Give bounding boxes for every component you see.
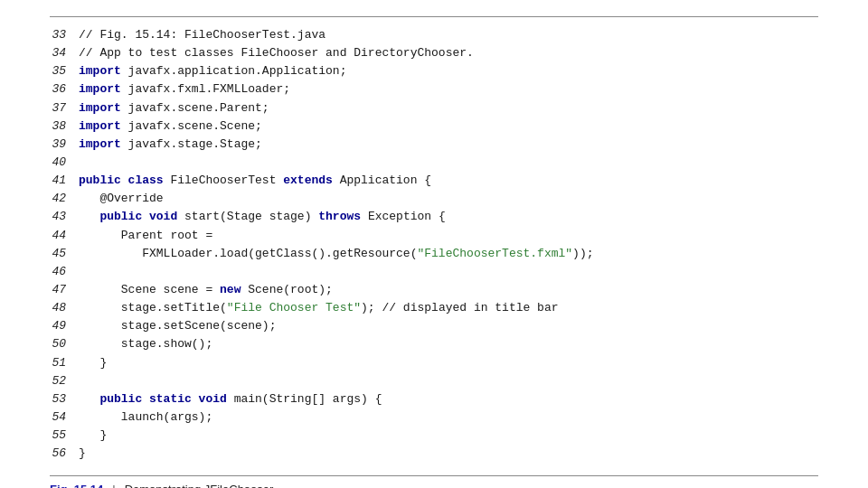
line-number: 45 bbox=[50, 245, 79, 263]
line-number: 43 bbox=[50, 208, 79, 226]
line-number: 55 bbox=[50, 427, 79, 445]
code-line: 50 stage.show(); bbox=[50, 335, 818, 353]
line-number: 44 bbox=[50, 227, 79, 245]
line-number: 53 bbox=[50, 390, 79, 408]
line-code: stage.setTitle("File Chooser Test"); // … bbox=[79, 299, 559, 317]
main-container: 33// Fig. 15.14: FileChooserTest.java34/… bbox=[50, 16, 818, 488]
line-number: 36 bbox=[50, 80, 79, 99]
code-line: 54 launch(args); bbox=[50, 408, 818, 427]
line-code: } bbox=[79, 354, 107, 372]
code-line: 40 bbox=[50, 154, 818, 172]
caption-text: Demonstrating JFileChooser. bbox=[125, 483, 277, 488]
line-number: 40 bbox=[50, 154, 79, 172]
code-line: 49 stage.setScene(scene); bbox=[50, 317, 818, 335]
code-line: 44 Parent root = bbox=[50, 227, 818, 245]
line-code: } bbox=[79, 427, 107, 445]
code-line: 36import javafx.fxml.FXMLLoader; bbox=[50, 80, 818, 99]
code-line: 52 bbox=[50, 372, 818, 390]
line-number: 35 bbox=[50, 62, 79, 80]
code-line: 56} bbox=[50, 445, 818, 463]
line-code: public void start(Stage stage) throws Ex… bbox=[79, 208, 446, 226]
line-code: Parent root = bbox=[79, 227, 212, 245]
code-line: 42 @Override bbox=[50, 190, 818, 208]
line-number: 41 bbox=[50, 172, 79, 190]
line-code: public class FileChooserTest extends App… bbox=[79, 172, 431, 190]
line-number: 38 bbox=[50, 117, 79, 136]
line-number: 39 bbox=[50, 136, 79, 154]
code-line: 39import javafx.stage.Stage; bbox=[50, 136, 818, 154]
code-line: 34// App to test classes FileChooser and… bbox=[50, 44, 818, 62]
line-code: import javafx.fxml.FXMLLoader; bbox=[79, 80, 290, 99]
code-line: 41public class FileChooserTest extends A… bbox=[50, 172, 818, 190]
line-number: 34 bbox=[50, 44, 79, 62]
line-number: 42 bbox=[50, 190, 79, 208]
line-code: public static void main(String[] args) { bbox=[79, 390, 382, 408]
code-line: 55 } bbox=[50, 427, 818, 445]
line-code: // App to test classes FileChooser and D… bbox=[79, 44, 474, 62]
line-code: stage.setScene(scene); bbox=[79, 317, 276, 335]
line-number: 33 bbox=[50, 26, 79, 44]
bottom-rule bbox=[50, 475, 818, 476]
line-code: Scene scene = new Scene(root); bbox=[79, 281, 333, 299]
line-number: 46 bbox=[50, 263, 79, 281]
line-code: import javafx.scene.Parent; bbox=[79, 99, 269, 117]
code-line: 33// Fig. 15.14: FileChooserTest.java bbox=[50, 26, 818, 44]
line-number: 56 bbox=[50, 445, 79, 463]
code-line: 47 Scene scene = new Scene(root); bbox=[50, 281, 818, 299]
top-rule bbox=[50, 16, 818, 17]
code-line: 35import javafx.application.Application; bbox=[50, 62, 818, 80]
code-line: 45 FXMLLoader.load(getClass().getResourc… bbox=[50, 245, 818, 263]
code-block: 33// Fig. 15.14: FileChooserTest.java34/… bbox=[50, 26, 818, 468]
line-number: 54 bbox=[50, 408, 79, 427]
line-code: @Override bbox=[79, 190, 164, 208]
line-code: import javafx.stage.Stage; bbox=[79, 136, 262, 154]
line-number: 47 bbox=[50, 281, 79, 299]
line-number: 51 bbox=[50, 354, 79, 372]
line-number: 50 bbox=[50, 335, 79, 353]
caption-sep: | bbox=[112, 483, 115, 488]
line-number: 48 bbox=[50, 299, 79, 317]
line-code: launch(args); bbox=[79, 408, 212, 427]
line-code: // Fig. 15.14: FileChooserTest.java bbox=[79, 26, 326, 44]
line-code: FXMLLoader.load(getClass().getResource("… bbox=[79, 245, 594, 263]
line-number: 52 bbox=[50, 372, 79, 390]
code-line: 48 stage.setTitle("File Chooser Test"); … bbox=[50, 299, 818, 317]
line-code: stage.show(); bbox=[79, 335, 212, 353]
code-line: 43 public void start(Stage stage) throws… bbox=[50, 208, 818, 226]
line-number: 49 bbox=[50, 317, 79, 335]
line-code: import javafx.scene.Scene; bbox=[79, 117, 262, 136]
line-number: 37 bbox=[50, 99, 79, 117]
code-line: 37import javafx.scene.Parent; bbox=[50, 99, 818, 117]
caption-row: Fig. 15.14 | Demonstrating JFileChooser. bbox=[50, 483, 818, 488]
line-code: import javafx.application.Application; bbox=[79, 62, 346, 80]
code-line: 46 bbox=[50, 263, 818, 281]
code-line: 51 } bbox=[50, 354, 818, 372]
line-code: } bbox=[79, 445, 86, 463]
code-line: 53 public static void main(String[] args… bbox=[50, 390, 818, 408]
code-line: 38import javafx.scene.Scene; bbox=[50, 117, 818, 136]
caption-fig: Fig. 15.14 bbox=[50, 483, 103, 488]
